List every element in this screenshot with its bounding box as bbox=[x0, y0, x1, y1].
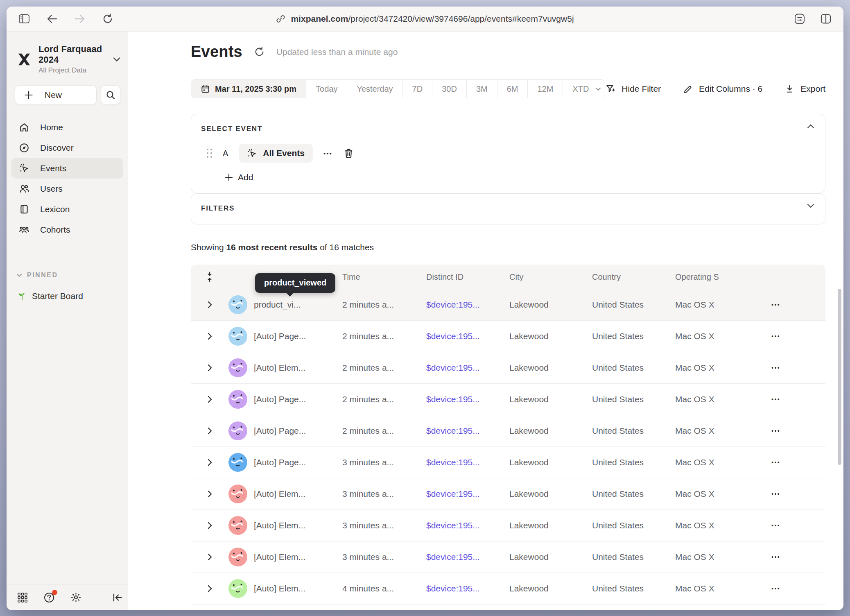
project-switcher[interactable]: Lord Farquaad 2024 All Project Data bbox=[16, 44, 120, 75]
collapse-sidebar-icon[interactable] bbox=[113, 593, 122, 602]
tab-30d[interactable]: 30D bbox=[432, 80, 466, 98]
tab-6m[interactable]: 6M bbox=[497, 80, 528, 98]
new-button[interactable]: New bbox=[15, 85, 97, 105]
search-button[interactable] bbox=[101, 85, 120, 105]
cell-distinct-id-link[interactable]: $device:195... bbox=[426, 394, 509, 404]
row-more-menu[interactable]: ••• bbox=[749, 554, 825, 560]
cell-time: 2 minutes a... bbox=[342, 426, 426, 436]
sidebar-item-home[interactable]: Home bbox=[11, 117, 123, 138]
row-more-menu[interactable]: ••• bbox=[749, 428, 825, 434]
drag-handle-icon[interactable] bbox=[207, 149, 212, 158]
table-row[interactable]: [Auto] Elem... 2 minutes a... $device:19… bbox=[191, 352, 825, 384]
tab-xtd[interactable]: XTD bbox=[563, 80, 605, 98]
row-more-menu[interactable]: ••• bbox=[749, 301, 825, 308]
table-row[interactable] bbox=[191, 605, 825, 610]
tab-12m[interactable]: 12M bbox=[527, 80, 563, 98]
table-row[interactable]: [Auto] Elem... 3 minutes a... $device:19… bbox=[191, 510, 825, 541]
trash-icon[interactable] bbox=[343, 148, 354, 159]
help-icon[interactable] bbox=[43, 592, 55, 603]
apps-grid-icon[interactable] bbox=[17, 592, 28, 603]
cell-distinct-id-link[interactable]: $device:195... bbox=[426, 426, 509, 436]
row-more-menu[interactable]: ••• bbox=[749, 522, 825, 529]
sidebar-item-cohorts[interactable]: Cohorts bbox=[11, 220, 123, 240]
back-icon[interactable] bbox=[45, 12, 59, 26]
split-view-icon[interactable] bbox=[819, 12, 833, 26]
cell-country: United States bbox=[592, 426, 675, 436]
cell-distinct-id-link[interactable]: $device:195... bbox=[426, 331, 509, 341]
cell-os: Mac OS X bbox=[675, 457, 749, 467]
row-more-menu[interactable]: ••• bbox=[749, 333, 825, 340]
date-picker-segment[interactable]: Mar 11, 2025 3:30 pm bbox=[191, 80, 306, 98]
expand-row-icon[interactable] bbox=[208, 490, 212, 498]
collapse-rows-icon[interactable] bbox=[206, 272, 213, 282]
add-event-button[interactable]: Add bbox=[225, 172, 815, 182]
select-event-label: SELECT EVENT bbox=[201, 125, 815, 133]
cell-distinct-id-link[interactable]: $device:195... bbox=[426, 457, 509, 467]
table-row[interactable]: [Auto] Page... 2 minutes a... $device:19… bbox=[191, 415, 825, 447]
sidebar-item-events[interactable]: Events bbox=[11, 158, 123, 179]
expand-row-icon[interactable] bbox=[208, 553, 212, 561]
collapse-panel-icon[interactable] bbox=[807, 124, 814, 129]
users-icon bbox=[19, 183, 29, 194]
event-chip-label: All Events bbox=[263, 148, 305, 158]
cell-distinct-id-link[interactable]: $device:195... bbox=[426, 300, 509, 310]
sidebar-item-users[interactable]: Users bbox=[11, 179, 123, 199]
tab-yesterday[interactable]: Yesterday bbox=[347, 80, 402, 98]
table-row[interactable]: [Auto] Elem... 3 minutes a... $device:19… bbox=[191, 478, 825, 510]
filter-icon bbox=[605, 84, 616, 94]
expand-row-icon[interactable] bbox=[208, 301, 212, 308]
link-icon bbox=[276, 14, 285, 23]
row-more-menu[interactable]: ••• bbox=[749, 396, 825, 403]
url-bar[interactable]: mixpanel.com/project/3472420/view/397469… bbox=[276, 14, 574, 24]
tab-today[interactable]: Today bbox=[306, 80, 347, 98]
pinned-item-starter-board[interactable]: Starter Board bbox=[17, 291, 128, 301]
refresh-icon[interactable] bbox=[101, 12, 115, 26]
hide-filter-button[interactable]: Hide Filter bbox=[605, 84, 661, 94]
row-more-menu[interactable]: ••• bbox=[749, 459, 825, 466]
event-more-menu[interactable]: ••• bbox=[323, 150, 332, 157]
table-row[interactable]: [Auto] Page... 2 minutes a... $device:19… bbox=[191, 321, 825, 352]
cell-time: 3 minutes a... bbox=[342, 489, 426, 499]
table-row[interactable]: [Auto] Elem... 3 minutes a... $device:19… bbox=[191, 541, 825, 573]
cell-distinct-id-link[interactable]: $device:195... bbox=[426, 584, 509, 593]
table-row[interactable]: [Auto] Page... 2 minutes a... $device:19… bbox=[191, 384, 825, 415]
cell-distinct-id-link[interactable]: $device:195... bbox=[426, 363, 509, 373]
row-more-menu[interactable]: ••• bbox=[749, 365, 825, 371]
cell-distinct-id-link[interactable]: $device:195... bbox=[426, 521, 509, 530]
tab-3m[interactable]: 3M bbox=[466, 80, 497, 98]
row-more-menu[interactable]: ••• bbox=[749, 585, 825, 592]
notification-dot bbox=[52, 590, 57, 595]
row-more-menu[interactable]: ••• bbox=[749, 491, 825, 497]
expand-row-icon[interactable] bbox=[208, 396, 212, 403]
cell-os: Mac OS X bbox=[675, 363, 749, 373]
tab-7d[interactable]: 7D bbox=[402, 80, 432, 98]
main-content: Events Updated less than a minute ago Ma… bbox=[128, 32, 843, 610]
sidebar-item-label: Events bbox=[40, 163, 66, 173]
edit-columns-button[interactable]: Edit Columns · 6 bbox=[683, 84, 762, 94]
table-row[interactable]: [Auto] Elem... 4 minutes a... $device:19… bbox=[191, 573, 825, 605]
sidebar-item-discover[interactable]: Discover bbox=[11, 138, 123, 158]
sidebar-nav: Home Discover Ev bbox=[11, 117, 123, 240]
export-button[interactable]: Export bbox=[784, 84, 825, 94]
expand-row-icon[interactable] bbox=[208, 333, 212, 340]
sidebar-toggle-icon[interactable] bbox=[17, 12, 31, 26]
expand-row-icon[interactable] bbox=[208, 585, 212, 592]
expand-row-icon[interactable] bbox=[208, 459, 212, 466]
table-row[interactable]: [Auto] Page... 3 minutes a... $device:19… bbox=[191, 447, 825, 478]
cell-city: Lakewood bbox=[509, 489, 592, 499]
cell-country: United States bbox=[592, 489, 675, 499]
sidebar-item-lexicon[interactable]: Lexicon bbox=[11, 199, 123, 220]
pinned-section-toggle[interactable]: PINNED bbox=[16, 272, 128, 279]
expand-row-icon[interactable] bbox=[208, 522, 212, 529]
cell-distinct-id-link[interactable]: $device:195... bbox=[426, 552, 509, 562]
page-settings-icon[interactable] bbox=[793, 12, 807, 26]
scrollbar-thumb[interactable] bbox=[838, 289, 841, 465]
expand-row-icon[interactable] bbox=[208, 427, 212, 435]
expand-row-icon[interactable] bbox=[208, 364, 212, 371]
refresh-data-icon[interactable] bbox=[254, 46, 265, 57]
expand-panel-icon[interactable] bbox=[807, 204, 814, 208]
gear-icon[interactable] bbox=[70, 592, 81, 603]
cell-distinct-id-link[interactable]: $device:195... bbox=[426, 489, 509, 499]
row-avatar bbox=[228, 485, 247, 503]
event-selector-chip[interactable]: All Events bbox=[239, 144, 313, 163]
